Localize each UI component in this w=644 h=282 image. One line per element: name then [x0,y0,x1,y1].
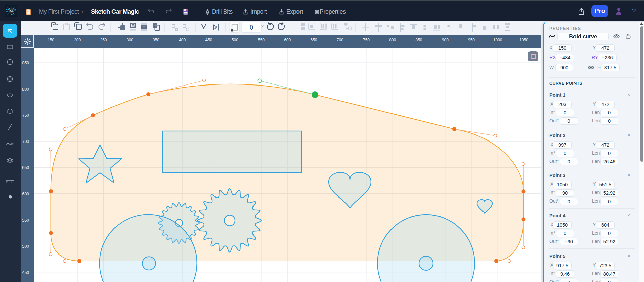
svg-text:0: 0 [250,24,253,31]
svg-text:Path: Path [10,10,13,12]
